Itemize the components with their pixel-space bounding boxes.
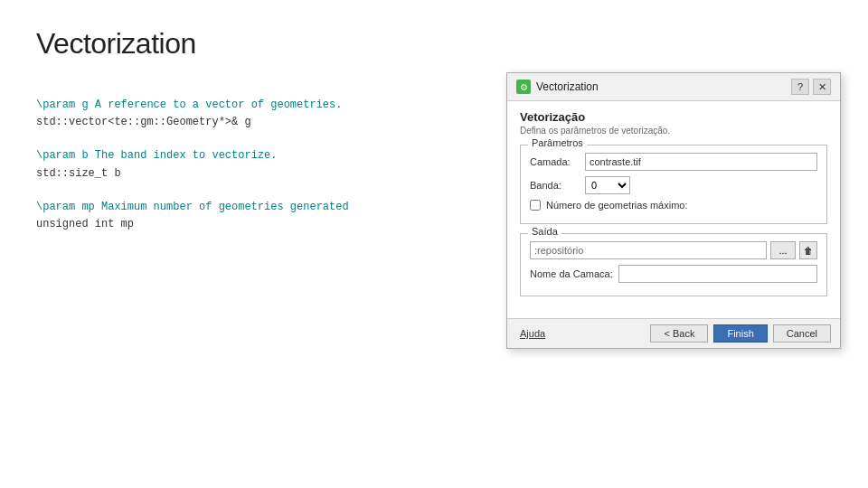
cancel-button[interactable]: Cancel (773, 324, 831, 343)
dialog-help-btn[interactable]: ? (791, 79, 809, 95)
params-group-label: Parâmetros (528, 137, 587, 148)
delete-button[interactable]: 🗑 (799, 241, 817, 259)
dialog-close-btn[interactable]: ✕ (813, 79, 831, 95)
dialog-titlebar: ⚙ Vectorization ? ✕ (507, 73, 840, 101)
page-title: Vectorization (36, 27, 461, 61)
ajuda-button[interactable]: Ajuda (516, 325, 549, 342)
code-block-3: \param mp Maximum number of geometries g… (36, 199, 461, 233)
footer-right: < Back Finish Cancel (650, 324, 831, 343)
code-param-3: \param mp Maximum number of geometries g… (36, 199, 461, 216)
dialog-footer: Ajuda < Back Finish Cancel (507, 318, 840, 348)
code-block-2: \param b The band index to vectorize. st… (36, 147, 461, 182)
dialog-section-sub: Defina os parâmetros de vetorização. (520, 126, 827, 136)
dialog-controls: ? ✕ (791, 79, 831, 95)
camada-input[interactable] (585, 153, 817, 171)
code-param-1: \param g A reference to a vector of geom… (36, 97, 461, 114)
dialog-body: Vetorização Defina os parâmetros de veto… (507, 101, 840, 318)
banda-label: Banda: (530, 180, 580, 191)
banda-row: Banda: 0 1 2 (530, 176, 817, 194)
nome-input[interactable] (618, 265, 817, 283)
code-param-2: \param b The band index to vectorize. (36, 147, 461, 164)
finish-button[interactable]: Finish (713, 324, 767, 343)
camada-row: Camada: (530, 153, 817, 171)
dialog-title-text: Vectorization (536, 80, 599, 93)
code-block-1: \param g A reference to a vector of geom… (36, 97, 461, 131)
code-line-2: std::size_t b (36, 165, 461, 183)
nome-row: Nome da Camaca: (530, 265, 817, 283)
code-line-3: unsigned int mp (36, 216, 461, 233)
main-content: Vectorization \param g A reference to a … (0, 0, 497, 488)
browse-button[interactable]: ... (770, 241, 796, 259)
dialog-title-left: ⚙ Vectorization (516, 80, 599, 94)
repositorio-input[interactable] (530, 241, 767, 259)
max-geometries-label: Número de geometrias máximo: (546, 200, 688, 211)
max-geometries-row: Número de geometrias máximo: (530, 200, 817, 211)
saida-group-label: Saída (528, 226, 561, 237)
banda-select[interactable]: 0 1 2 (585, 176, 630, 194)
max-geometries-checkbox[interactable] (530, 200, 541, 211)
dialog-icon: ⚙ (516, 80, 531, 94)
saida-group: Saída ... 🗑 Nome da Camaca: (520, 233, 827, 296)
vectorization-dialog: ⚙ Vectorization ? ✕ Vetorização Defina o… (506, 72, 841, 349)
repositorio-row: ... 🗑 (530, 241, 817, 259)
nome-label: Nome da Camaca: (530, 268, 613, 279)
back-button[interactable]: < Back (650, 324, 708, 343)
params-group: Parâmetros Camada: Banda: 0 1 2 Número d… (520, 145, 827, 224)
dialog-section-title: Vetorização (520, 110, 827, 124)
camada-label: Camada: (530, 156, 580, 167)
footer-left: Ajuda (516, 325, 549, 342)
code-line-1: std::vector<te::gm::Geometry*>& g (36, 114, 461, 131)
dialog-window: ⚙ Vectorization ? ✕ Vetorização Defina o… (506, 72, 841, 349)
